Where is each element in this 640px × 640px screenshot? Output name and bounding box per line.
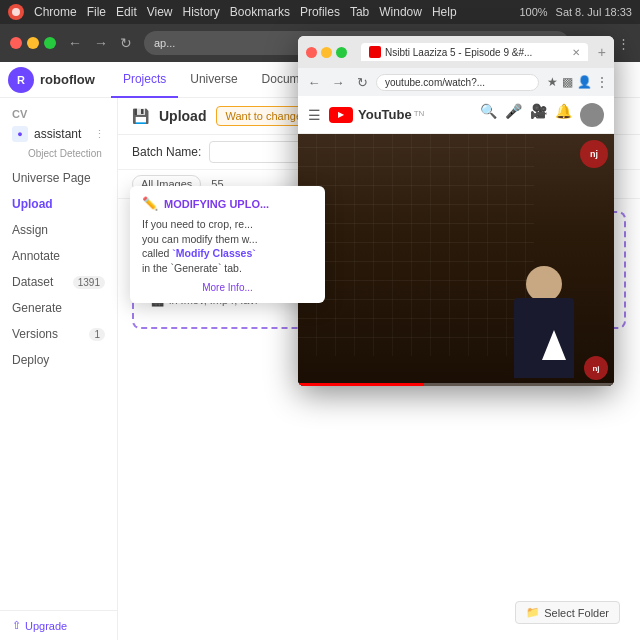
mac-bar-right: 100% Sat 8. Jul 18:33 xyxy=(519,6,632,18)
yt-traffic-lights xyxy=(306,47,347,58)
sidebar-item-annotate[interactable]: Annotate xyxy=(0,243,117,269)
tooltip-more-link[interactable]: More Info... xyxy=(142,282,313,293)
yt-video-area[interactable]: nj nj xyxy=(298,134,614,386)
upgrade-button[interactable]: ⇧ Upgrade xyxy=(12,619,105,632)
yt-overlay-text: nj xyxy=(590,149,598,159)
rf-sidebar: CV ● assistant ⋮ Object Detection Univer… xyxy=(0,98,118,640)
chrome-logo-icon xyxy=(8,4,24,20)
batch-label: Batch Name: xyxy=(132,145,201,159)
traffic-lights xyxy=(10,37,56,49)
menu-bookmarks[interactable]: Bookmarks xyxy=(230,5,290,19)
yt-profile-icon[interactable]: 👤 xyxy=(577,75,592,89)
sidebar-item-deploy[interactable]: Deploy xyxy=(0,347,117,373)
yt-address-bar[interactable]: youtube.com/watch?... xyxy=(376,74,539,91)
sidebar-item-label: Generate xyxy=(12,301,62,315)
yt-video-icon[interactable]: 🎥 xyxy=(530,103,547,127)
yt-search-icon[interactable]: 🔍 xyxy=(480,103,497,127)
traffic-light-red[interactable] xyxy=(10,37,22,49)
mac-system-bar: Chrome File Edit View History Bookmarks … xyxy=(0,0,640,24)
yt-traffic-green[interactable] xyxy=(336,47,347,58)
yt-video-scene: nj nj xyxy=(298,134,614,386)
menu-window[interactable]: Window xyxy=(379,5,422,19)
yt-overlay2-text: nj xyxy=(592,364,599,373)
date-time: Sat 8. Jul 18:33 xyxy=(556,6,632,18)
sidebar-cv-label: CV xyxy=(0,102,117,122)
sidebar-item-label: Dataset xyxy=(12,275,53,289)
tooltip-edit-icon: ✏️ xyxy=(142,196,158,211)
svg-point-0 xyxy=(12,8,20,16)
yt-hamburger-menu[interactable]: ☰ xyxy=(308,107,321,123)
sidebar-item-dataset[interactable]: Dataset 1391 xyxy=(0,269,117,295)
traffic-light-green[interactable] xyxy=(44,37,56,49)
project-type: Object Detection xyxy=(0,146,117,165)
menu-view[interactable]: View xyxy=(147,5,173,19)
yt-channel-logo-top: nj xyxy=(580,140,608,168)
upgrade-icon: ⇧ xyxy=(12,619,21,632)
menu-profiles[interactable]: Profiles xyxy=(300,5,340,19)
yt-logo-text: YouTube xyxy=(358,107,412,122)
sidebar-item-label: Deploy xyxy=(12,353,49,367)
back-button[interactable]: ← xyxy=(64,35,86,51)
dataset-badge: 1391 xyxy=(73,276,105,289)
menu-icon[interactable]: ⋮ xyxy=(617,36,630,51)
select-folder-button[interactable]: 📁 Select Folder xyxy=(515,601,620,624)
yt-person-body xyxy=(514,298,574,378)
project-menu-icon[interactable]: ⋮ xyxy=(94,128,105,141)
tooltip-header: ✏️ MODIFYING UPLO... xyxy=(142,196,313,211)
yt-user-avatar[interactable] xyxy=(580,103,604,127)
sidebar-project[interactable]: ● assistant ⋮ xyxy=(0,122,117,146)
yt-extensions-icon[interactable]: ▩ xyxy=(562,75,573,89)
menu-edit[interactable]: Edit xyxy=(116,5,137,19)
sidebar-item-label: Universe Page xyxy=(12,171,91,185)
yt-nav-bar: ← → ↻ youtube.com/watch?... ★ ▩ 👤 ⋮ xyxy=(298,68,614,96)
refresh-button[interactable]: ↻ xyxy=(116,35,136,51)
yt-nav-icons: ★ ▩ 👤 ⋮ xyxy=(547,75,608,89)
yt-back-button[interactable]: ← xyxy=(304,75,324,90)
menu-file[interactable]: File xyxy=(87,5,106,19)
yt-address-text: youtube.com/watch?... xyxy=(385,77,485,88)
yt-menu-icon[interactable]: ⋮ xyxy=(596,75,608,89)
yt-bookmark-icon[interactable]: ★ xyxy=(547,75,558,89)
tooltip-title: MODIFYING UPLO... xyxy=(164,198,269,210)
yt-wall xyxy=(298,134,534,356)
yt-forward-button[interactable]: → xyxy=(328,75,348,90)
yt-refresh-button[interactable]: ↻ xyxy=(352,75,372,90)
yt-new-tab-button[interactable]: + xyxy=(598,44,606,60)
sidebar-item-label: Upload xyxy=(12,197,53,211)
sidebar-item-label: Annotate xyxy=(12,249,60,263)
menu-history[interactable]: History xyxy=(183,5,220,19)
tooltip-body: If you need to crop, re... you can modif… xyxy=(142,217,313,276)
yt-progress-bar[interactable] xyxy=(298,383,614,386)
tab-projects[interactable]: Projects xyxy=(111,62,178,98)
forward-button[interactable]: → xyxy=(90,35,112,51)
yt-bell-icon[interactable]: 🔔 xyxy=(555,103,572,127)
project-icon: ● xyxy=(12,126,28,142)
menu-chrome[interactable]: Chrome xyxy=(34,5,77,19)
sidebar-item-assign[interactable]: Assign xyxy=(0,217,117,243)
sidebar-item-versions[interactable]: Versions 1 xyxy=(0,321,117,347)
roboflow-logo-icon: R xyxy=(8,67,34,93)
sidebar-item-universe-page[interactable]: Universe Page xyxy=(0,165,117,191)
yt-titlebar: Nsibti Laaziza 5 - Episode 9 &#... ✕ + xyxy=(298,36,614,68)
mac-menu-bar: Chrome File Edit View History Bookmarks … xyxy=(34,5,457,19)
upgrade-label: Upgrade xyxy=(25,620,67,632)
yt-mic-icon[interactable]: 🎤 xyxy=(505,103,522,127)
menu-help[interactable]: Help xyxy=(432,5,457,19)
select-folder-label: Select Folder xyxy=(544,607,609,619)
menu-tab[interactable]: Tab xyxy=(350,5,369,19)
project-name: assistant xyxy=(34,127,81,141)
yt-person-head xyxy=(526,266,562,302)
sidebar-item-upload[interactable]: Upload xyxy=(0,191,117,217)
yt-traffic-red[interactable] xyxy=(306,47,317,58)
yt-traffic-yellow[interactable] xyxy=(321,47,332,58)
sidebar-item-generate[interactable]: Generate xyxy=(0,295,117,321)
yt-progress-fill xyxy=(298,383,424,386)
yt-tab-close[interactable]: ✕ xyxy=(572,47,580,58)
yt-person-figure xyxy=(504,266,584,386)
yt-browser-tab[interactable]: Nsibti Laaziza 5 - Episode 9 &#... ✕ xyxy=(361,43,588,61)
traffic-light-yellow[interactable] xyxy=(27,37,39,49)
upload-icon: 💾 xyxy=(132,108,149,124)
address-text: ap... xyxy=(154,37,175,49)
tab-universe[interactable]: Universe xyxy=(178,62,249,98)
mac-bar-left: Chrome File Edit View History Bookmarks … xyxy=(8,4,457,20)
